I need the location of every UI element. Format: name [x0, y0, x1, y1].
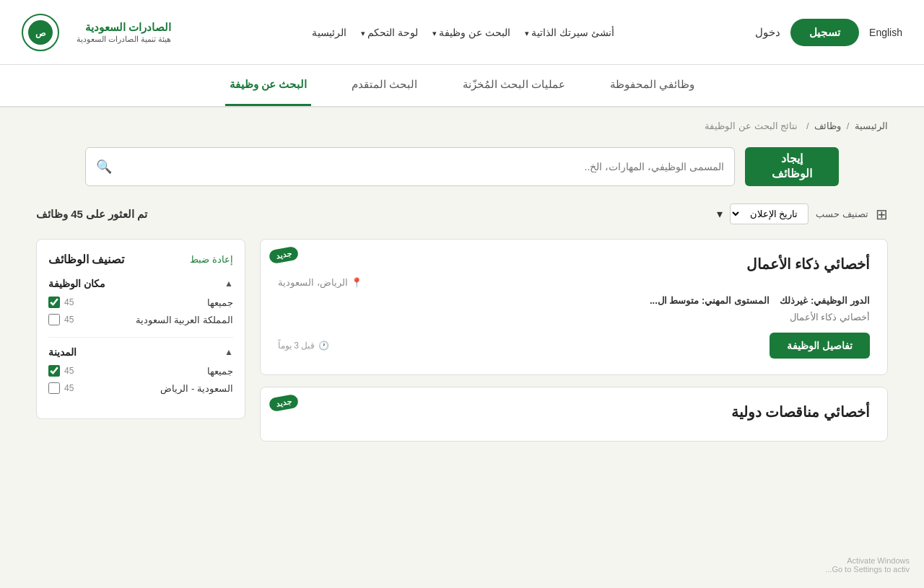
filter-count-all: 45: [64, 297, 74, 307]
login-button[interactable]: دخول: [755, 26, 780, 39]
tab-saved-jobs[interactable]: وظائفي المحفوظة: [606, 65, 699, 106]
filter-item-riyadh-right: السعودية - الرياض: [160, 383, 233, 394]
collapse-location-icon[interactable]: ▲: [225, 278, 233, 289]
divider: [48, 337, 233, 338]
filter-box: إعادة ضبط تصنيف الوظائف ▲ مكان الوظيفة ج…: [36, 239, 245, 419]
breadcrumb-home[interactable]: الرئيسية: [855, 120, 888, 131]
sort-dropdown[interactable]: تاريخ الإعلان: [730, 203, 808, 224]
find-jobs-button[interactable]: إيجاد الوظائف: [745, 147, 839, 186]
job-details-button[interactable]: تفاصيل الوظيفة: [770, 333, 870, 359]
job-card-partial: جديد أخصائي مناقصات دولية: [260, 387, 888, 442]
job-card: جديد أخصائي ذكاء الأعمال 📍 الرياض، السعو…: [260, 239, 888, 375]
logo-text: الصادرات السعودية هيئة تنمية الصادرات ال…: [77, 20, 171, 45]
filter-checkbox-riyadh[interactable]: [48, 382, 60, 394]
filter-item-all-locations: جميعها 45: [48, 297, 233, 308]
filter-count-all-cities: 45: [64, 366, 74, 376]
logo-line1: الصادرات السعودية: [77, 20, 171, 35]
breadcrumb-sep2: /: [806, 120, 809, 131]
search-section: إيجاد الوظائف 🔍: [0, 134, 924, 196]
filter-count-riyadh: 45: [64, 383, 74, 393]
filter-item-all-cities: جميعها 45: [48, 365, 233, 377]
job-listings: جديد أخصائي ذكاء الأعمال 📍 الرياض، السعو…: [260, 239, 888, 442]
role-label: الدور الوظيفي:: [811, 295, 870, 306]
logo: ص: [22, 14, 59, 51]
sub-navigation: وظائفي المحفوظة عمليات البحث المُخزّنة ا…: [0, 65, 924, 107]
register-button[interactable]: تسجيل: [790, 19, 859, 46]
filter-item-all-locations-right: جميعها: [207, 297, 233, 308]
filter-checkbox-ksa[interactable]: [48, 314, 60, 325]
level-label: المستوى المهني:: [702, 295, 770, 306]
nav-left-actions: English تسجيل دخول: [755, 19, 902, 46]
sort-label: تصنيف حسب: [816, 209, 868, 219]
location-text: الرياض، السعودية: [278, 277, 348, 288]
tab-job-search[interactable]: البحث عن وظيفة: [225, 65, 311, 106]
svg-text:ص: ص: [35, 28, 46, 38]
job-location: 📍 الرياض، السعودية: [278, 277, 870, 288]
location-icon: 📍: [351, 277, 362, 288]
logo-circle: ص: [22, 14, 59, 51]
clock-icon: 🕐: [318, 341, 329, 351]
job-date: 🕐 قبل 3 يوماً: [278, 341, 329, 351]
filter-label-all-cities: جميعها: [207, 366, 233, 377]
nav-logo-area: الصادرات السعودية هيئة تنمية الصادرات ال…: [22, 14, 171, 51]
nav-link-search[interactable]: البحث عن وظيفة: [432, 27, 510, 38]
language-button[interactable]: English: [869, 27, 902, 38]
nav-links: أنشئ سيرتك الذاتية البحث عن وظيفة لوحة ا…: [312, 26, 614, 39]
reset-filter-link[interactable]: إعادة ضبط: [190, 254, 233, 265]
breadcrumb: الرئيسية / وظائف / نتائج البحث عن الوظيف…: [0, 107, 924, 134]
filter-item-ksa-right: المملكة العربية السعودية: [136, 315, 233, 325]
filter-checkbox-all-cities[interactable]: [48, 365, 60, 377]
grid-view-icon[interactable]: ⊞: [876, 206, 888, 223]
filter-label-all: جميعها: [207, 297, 233, 308]
breadcrumb-jobs[interactable]: وظائف: [814, 120, 841, 131]
filter-sidebar: إعادة ضبط تصنيف الوظائف ▲ مكان الوظيفة ج…: [36, 239, 245, 442]
filter-section-location: ▲ مكان الوظيفة جميعها 45 المملكة العربية…: [48, 278, 233, 325]
nav-link-home[interactable]: الرئيسية: [312, 27, 346, 38]
search-input[interactable]: [112, 161, 724, 172]
search-bar-container: 🔍: [85, 147, 735, 186]
dropdown-arrow-icon: ▾: [717, 207, 723, 221]
filter-item-riyadh: السعودية - الرياض 45: [48, 382, 233, 394]
results-count: تم العثور على 45 وظائف: [36, 208, 147, 221]
logo-line2: هيئة تنمية الصادرات السعودية: [77, 34, 171, 44]
main-content: جديد أخصائي ذكاء الأعمال 📍 الرياض، السعو…: [0, 232, 924, 463]
search-icon: 🔍: [96, 159, 112, 175]
filter-title: تصنيف الوظائف: [48, 253, 124, 266]
tab-stored-searches[interactable]: عمليات البحث المُخزّنة: [458, 65, 570, 106]
top-navigation: English تسجيل دخول أنشئ سيرتك الذاتية ال…: [0, 0, 924, 65]
breadcrumb-sep1: /: [847, 120, 850, 131]
filter-item-ksa: المملكة العربية السعودية 45: [48, 314, 233, 325]
filter-section-city: ▲ المدينة جميعها 45 السعودية - الرياض: [48, 346, 233, 394]
level-value: متوسط ال...: [650, 295, 699, 306]
date-text: قبل 3 يوماً: [278, 341, 315, 351]
job-meta-role: الدور الوظيفي: غيرذلك المستوى المهني: مت…: [278, 295, 870, 306]
job-title-2: أخصائي مناقصات دولية: [278, 403, 870, 421]
breadcrumb-current: نتائج البحث عن الوظيفة: [705, 120, 798, 131]
filter-item-all-cities-right: جميعها: [207, 366, 233, 377]
filter-section-city-title: المدينة: [48, 346, 77, 358]
job-footer: تفاصيل الوظيفة 🕐 قبل 3 يوماً: [278, 333, 870, 359]
job-title: أخصائي ذكاء الأعمال: [278, 255, 870, 273]
sort-section: ⊞ تصنيف حسب تاريخ الإعلان ▾: [717, 203, 888, 224]
nav-link-dashboard[interactable]: لوحة التحكم: [361, 27, 418, 38]
logo-icon: ص: [27, 19, 54, 46]
nav-link-cv[interactable]: أنشئ سيرتك الذاتية: [525, 27, 614, 38]
filter-section-location-header: ▲ مكان الوظيفة: [48, 278, 233, 289]
results-header: ⊞ تصنيف حسب تاريخ الإعلان ▾ تم العثور عل…: [0, 196, 924, 232]
tab-advanced-search[interactable]: البحث المتقدم: [347, 65, 422, 106]
job-category: أخصائي ذكاء الأعمال: [278, 312, 870, 322]
filter-count-ksa: 45: [64, 315, 74, 325]
filter-header: إعادة ضبط تصنيف الوظائف: [48, 253, 233, 266]
filter-section-location-title: مكان الوظيفة: [48, 278, 105, 289]
collapse-city-icon[interactable]: ▲: [225, 347, 233, 357]
filter-label-riyadh: السعودية - الرياض: [160, 383, 233, 394]
filter-checkbox-all-locations[interactable]: [48, 297, 60, 308]
filter-label-ksa: المملكة العربية السعودية: [136, 315, 233, 325]
role-value: غيرذلك: [780, 295, 808, 306]
filter-section-city-header: ▲ المدينة: [48, 346, 233, 358]
